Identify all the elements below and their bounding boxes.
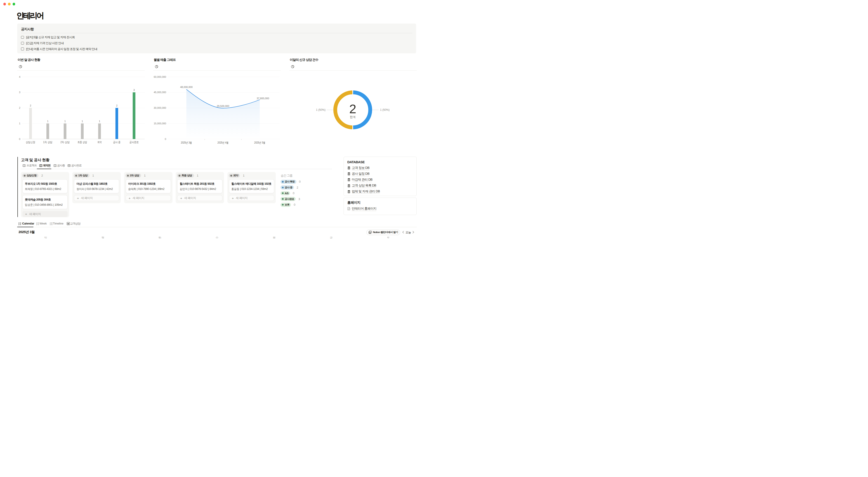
svg-text:합계: 합계: [350, 115, 356, 119]
svg-text:1 (50%): 1 (50%): [316, 108, 326, 112]
svg-text:2: 2: [30, 104, 31, 107]
svg-text:45,000,000: 45,000,000: [154, 91, 166, 94]
svg-text:2: 2: [349, 102, 356, 116]
svg-text:1: 1: [64, 120, 66, 122]
svg-text:2025년 3월: 2025년 3월: [181, 141, 192, 144]
svg-text:공사완료: 공사완료: [129, 141, 139, 144]
svg-text:계약: 계약: [97, 141, 102, 144]
svg-text:30,000,000: 30,000,000: [154, 107, 166, 109]
svg-text:3: 3: [133, 89, 135, 91]
svg-text:2차 상담: 2차 상담: [60, 141, 70, 144]
svg-text:1 (50%): 1 (50%): [380, 108, 390, 112]
svg-text:15,000,000: 15,000,000: [154, 122, 166, 125]
svg-text:2: 2: [19, 107, 20, 109]
svg-text:37,800,000: 37,800,000: [256, 97, 269, 100]
svg-text:4: 4: [19, 76, 20, 78]
svg-text:1차 상담: 1차 상담: [43, 141, 53, 144]
svg-text:1: 1: [82, 120, 83, 122]
svg-text:1: 1: [47, 120, 49, 122]
svg-text:0: 0: [19, 138, 20, 140]
svg-text:0: 0: [165, 138, 166, 140]
svg-text:1: 1: [99, 120, 100, 122]
svg-text:9: 9: [370, 232, 371, 233]
svg-text:2025년 4월: 2025년 4월: [217, 141, 228, 144]
svg-text:29,500,000: 29,500,000: [217, 105, 229, 108]
svg-text:상담신청: 상담신청: [26, 141, 35, 144]
svg-text:2: 2: [116, 104, 118, 107]
svg-text:2025년 5월: 2025년 5월: [254, 141, 266, 144]
svg-text:공사 중: 공사 중: [113, 141, 121, 144]
svg-text:1: 1: [19, 122, 20, 125]
svg-text:최종 상담: 최종 상담: [78, 141, 87, 144]
svg-text:60,000,000: 60,000,000: [154, 76, 166, 78]
svg-text:48,000,000: 48,000,000: [180, 86, 193, 88]
svg-text:3: 3: [19, 91, 20, 94]
